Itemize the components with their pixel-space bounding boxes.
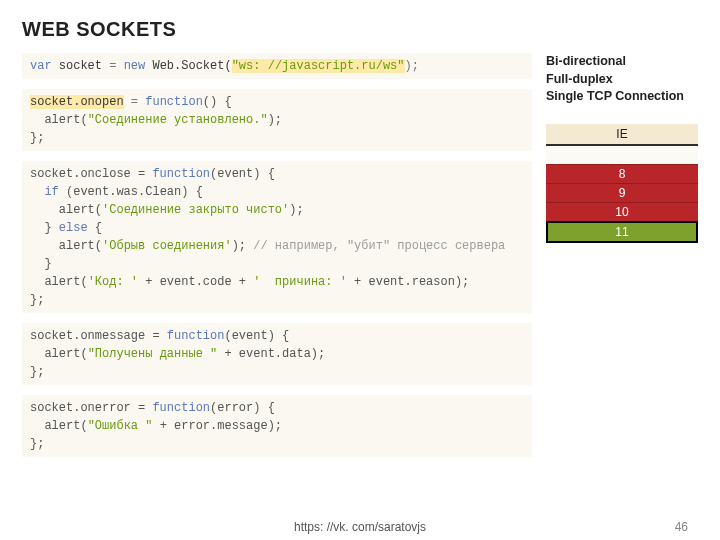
- kw-new: new: [124, 59, 146, 73]
- support-row-supported: 11: [546, 221, 698, 243]
- op-eq: =: [102, 59, 124, 73]
- support-row: 8: [546, 164, 698, 183]
- slide-title: WEB SOCKETS: [22, 18, 698, 41]
- kw-else: else: [59, 221, 88, 235]
- bullet-item: Single TCP Connection: [546, 88, 698, 106]
- kw-var: var: [30, 59, 52, 73]
- lhs: socket.: [30, 95, 80, 109]
- kw-function: function: [145, 95, 203, 109]
- side-column: Bi-directional Full-duplex Single TCP Co…: [546, 53, 698, 467]
- ident-socket: socket: [59, 59, 102, 73]
- code-block-onclose: socket.onclose = function(event) { if (e…: [22, 161, 532, 313]
- support-header: IE: [546, 124, 698, 146]
- code-block-onerror: socket.onerror = function(error) { alert…: [22, 395, 532, 457]
- support-row: 10: [546, 202, 698, 221]
- kw-if: if: [44, 185, 58, 199]
- str-connected: "Соединение установлено.": [88, 113, 268, 127]
- code-column: var socket = new Web.Socket("ws: //javas…: [22, 53, 532, 467]
- code-block-onmessage: socket.onmessage = function(event) { ale…: [22, 323, 532, 385]
- page-number: 46: [675, 520, 688, 534]
- code-block-constructor: var socket = new Web.Socket("ws: //javas…: [22, 53, 532, 79]
- bullet-item: Full-duplex: [546, 71, 698, 89]
- str-url: "ws: //javascript.ru/ws": [232, 59, 405, 73]
- prop-onopen: onopen: [80, 95, 123, 109]
- browser-support-table: IE 8 9 10 11: [546, 124, 698, 243]
- footer-link: https: //vk. com/saratovjs: [0, 520, 720, 534]
- feature-bullets: Bi-directional Full-duplex Single TCP Co…: [546, 53, 698, 106]
- slide: WEB SOCKETS var socket = new Web.Socket(…: [0, 0, 720, 540]
- ctor-end: );: [405, 59, 419, 73]
- support-blank-row: [546, 146, 698, 164]
- code-comment: // например, "убит" процесс сервера: [253, 239, 505, 253]
- support-row: 9: [546, 183, 698, 202]
- ctor-call: Web.Socket(: [145, 59, 231, 73]
- code-block-onopen: socket.onopen = function() { alert("Соед…: [22, 89, 532, 151]
- content-row: var socket = new Web.Socket("ws: //javas…: [22, 53, 698, 467]
- bullet-item: Bi-directional: [546, 53, 698, 71]
